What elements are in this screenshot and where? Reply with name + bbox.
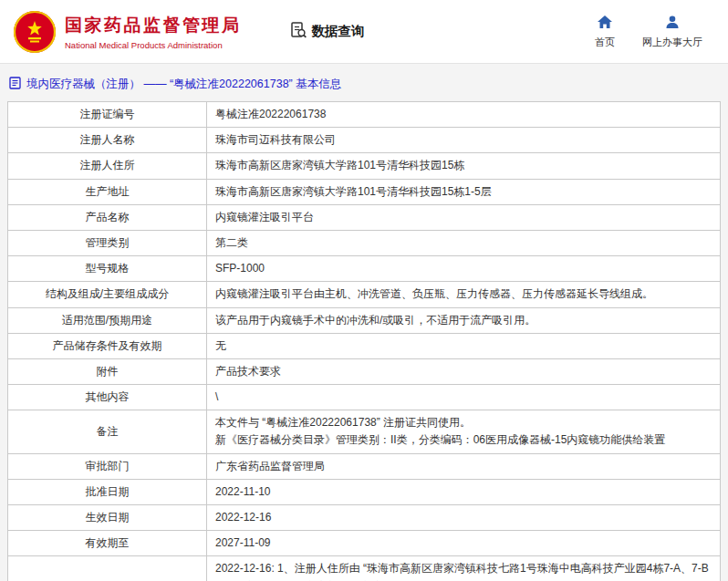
table-row: 其他内容 \ [8, 385, 721, 410]
row-label: 产品储存条件及有效期 [8, 333, 207, 358]
table-row: 注册人住所 珠海市高新区唐家湾镇大学路101号清华科技园15栋 [8, 153, 721, 179]
table-row: 产品储存条件及有效期 无 [8, 333, 721, 358]
row-value: 产品技术要求 [207, 358, 721, 384]
row-value: SFP-1000 [207, 256, 721, 282]
table-row: 生产地址 珠海市高新区唐家湾镇大学路101号清华科技园15栋1-5层 [8, 179, 721, 204]
row-label: 型号规格 [8, 256, 207, 282]
table-row: 型号规格 SFP-1000 [8, 256, 721, 282]
person-icon [664, 15, 681, 33]
row-label: 附件 [8, 358, 207, 384]
row-value: 内窥镜灌注吸引平台 [207, 204, 721, 230]
table-row: 变更情况 2022-12-16: 1、注册人住所由 “珠海市高新区唐家湾镇科技七… [8, 556, 721, 581]
home-label: 首页 [595, 36, 615, 49]
row-label: 变更情况 [8, 556, 207, 581]
row-value: 无 [207, 333, 721, 358]
table-row: 管理类别 第二类 [8, 230, 721, 255]
national-emblem-icon [13, 10, 57, 54]
online-hall-label: 网上办事大厅 [642, 36, 702, 49]
breadcrumb-text: 境内医疗器械（注册） —— “粤械注准20222061738” 基本信息 [26, 77, 341, 92]
row-label: 生效日期 [8, 505, 207, 531]
row-value: 珠海市高新区唐家湾镇大学路101号清华科技园15栋 [207, 153, 721, 179]
table-row: 注册证编号 粤械注准20222061738 [8, 102, 721, 128]
row-label: 注册人名称 [8, 128, 207, 153]
table-row: 生效日期 2022-12-16 [8, 505, 721, 531]
registration-info-table: 注册证编号 粤械注准20222061738 注册人名称 珠海市司迈科技有限公司 … [7, 101, 721, 581]
table-row: 结构及组成/主要组成成分 内窥镜灌注吸引平台由主机、冲洗管道、负压瓶、压力传感器… [8, 282, 721, 307]
row-label: 结构及组成/主要组成成分 [8, 282, 207, 307]
row-value: 2022-12-16 [207, 505, 721, 531]
home-icon [597, 15, 613, 33]
row-value: 该产品用于内窥镜手术中的冲洗和/或吸引，不适用于流产吸引用。 [207, 307, 721, 333]
data-query-icon [289, 21, 307, 43]
row-value: 2027-11-09 [207, 531, 721, 556]
top-nav: 首页 网上办事大厅 [595, 15, 715, 49]
row-value: \ [207, 385, 721, 410]
row-value: 珠海市司迈科技有限公司 [207, 128, 721, 153]
table-row: 备注 本文件与 “粤械注准20222061738” 注册证共同使用。 新《医疗器… [8, 410, 721, 453]
nav-online-hall[interactable]: 网上办事大厅 [642, 15, 702, 49]
row-value: 2022-11-10 [207, 479, 721, 504]
row-value: 第二类 [207, 230, 721, 255]
table-row: 审批部门 广东省药品监督管理局 [8, 453, 721, 479]
row-label: 备注 [8, 410, 207, 453]
row-label: 其他内容 [8, 385, 207, 410]
row-label: 批准日期 [8, 479, 207, 504]
table-row: 注册人名称 珠海市司迈科技有限公司 [8, 128, 721, 153]
breadcrumb: 境内医疗器械（注册） —— “粤械注准20222061738” 基本信息 [9, 77, 721, 92]
table-row: 批准日期 2022-11-10 [8, 479, 721, 504]
row-label: 注册人住所 [8, 153, 207, 179]
row-label: 审批部门 [8, 453, 207, 479]
table-row: 附件 产品技术要求 [8, 358, 721, 384]
site-header: 国家药品监督管理局 National Medical Products Admi… [0, 0, 728, 64]
org-name-en: National Medical Products Administration [65, 40, 242, 50]
row-value: 本文件与 “粤械注准20222061738” 注册证共同使用。 新《医疗器械分类… [207, 410, 721, 453]
nav-home[interactable]: 首页 [595, 15, 615, 49]
row-value: 广东省药品监督管理局 [207, 453, 721, 479]
row-label: 产品名称 [8, 204, 207, 230]
row-label: 管理类别 [8, 230, 207, 255]
row-value: 内窥镜灌注吸引平台由主机、冲洗管道、负压瓶、压力传感器、压力传感器延长导线组成。 [207, 282, 721, 307]
nav-data-query[interactable]: 数据查询 [289, 21, 365, 43]
table-row: 适用范围/预期用途 该产品用于内窥镜手术中的冲洗和/或吸引，不适用于流产吸引用。 [8, 307, 721, 333]
org-name-cn: 国家药品监督管理局 [65, 14, 242, 37]
row-label: 注册证编号 [8, 102, 207, 128]
row-value: 2022-12-16: 1、注册人住所由 “珠海市高新区唐家湾镇科技七路1号珠海… [207, 556, 721, 581]
org-title-block: 国家药品监督管理局 National Medical Products Admi… [65, 14, 242, 50]
row-label: 适用范围/预期用途 [8, 307, 207, 333]
row-value: 珠海市高新区唐家湾镇大学路101号清华科技园15栋1-5层 [207, 179, 721, 204]
row-label: 有效期至 [8, 531, 207, 556]
row-value: 粤械注准20222061738 [207, 102, 721, 128]
document-icon [9, 77, 21, 92]
data-query-label: 数据查询 [312, 23, 365, 40]
table-row: 产品名称 内窥镜灌注吸引平台 [8, 204, 721, 230]
table-row: 有效期至 2027-11-09 [8, 531, 721, 556]
main-content: 境内医疗器械（注册） —— “粤械注准20222061738” 基本信息 注册证… [0, 64, 728, 581]
row-label: 生产地址 [8, 179, 207, 204]
